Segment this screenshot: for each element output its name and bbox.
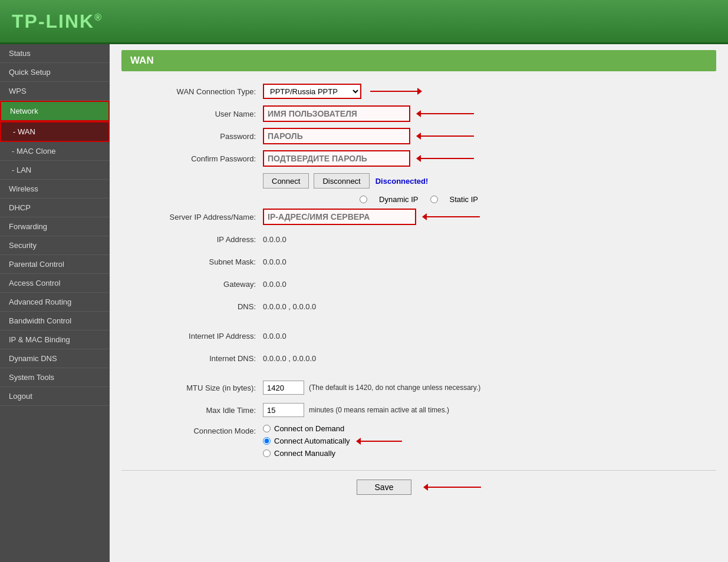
static-ip-label: Static IP — [450, 195, 478, 204]
logo: TP-LINK® — [12, 11, 103, 32]
server-ip-row: Server IP Address/Name: — [121, 209, 716, 225]
max-idle-hint: minutes (0 means remain active at all ti… — [309, 406, 449, 414]
subnet-mask-label: Subnet Mask: — [121, 257, 263, 266]
save-row: Save — [121, 480, 716, 495]
username-input[interactable] — [263, 105, 410, 122]
internet-ip-row: Internet IP Address: 0.0.0.0 — [121, 328, 716, 344]
gateway-row: Gateway: 0.0.0.0 — [121, 276, 716, 292]
internet-dns-label: Internet DNS: — [121, 354, 263, 363]
sidebar-item-mac-clone[interactable]: - MAC Clone — [0, 142, 110, 161]
internet-dns-value: 0.0.0.0 , 0.0.0.0 — [263, 354, 316, 363]
ip-address-label: IP Address: — [121, 235, 263, 244]
password-input[interactable] — [263, 128, 410, 144]
confirm-password-label: Confirm Password: — [121, 154, 263, 163]
ip-type-row: Dynamic IP Static IP — [121, 195, 716, 204]
wan-type-label: WAN Connection Type: — [121, 87, 263, 96]
sidebar-item-ip-mac-binding[interactable]: IP & MAC Binding — [0, 330, 110, 349]
sidebar-item-quick-setup[interactable]: Quick Setup — [0, 63, 110, 82]
gateway-label: Gateway: — [121, 280, 263, 289]
dns-label: DNS: — [121, 302, 263, 311]
wan-form: WAN Connection Type: PPTP/Russia PPTP PP… — [121, 80, 716, 507]
connect-on-demand-row: Connect on Demand — [263, 424, 402, 433]
sidebar-item-forwarding[interactable]: Forwarding — [0, 217, 110, 236]
dns-value: 0.0.0.0 , 0.0.0.0 — [263, 302, 316, 311]
sidebar-item-advanced-routing[interactable]: Advanced Routing — [0, 293, 110, 312]
sidebar-item-parental-control[interactable]: Parental Control — [0, 255, 110, 274]
server-ip-label: Server IP Address/Name: — [121, 213, 263, 222]
connect-button[interactable]: Connect — [263, 173, 309, 189]
server-ip-arrow — [422, 213, 480, 220]
dynamic-ip-radio[interactable] — [360, 196, 367, 203]
header: TP-LINK® — [0, 0, 728, 44]
sidebar-item-security[interactable]: Security — [0, 236, 110, 255]
sidebar-item-logout[interactable]: Logout — [0, 387, 110, 406]
connect-on-demand-radio[interactable] — [263, 425, 271, 432]
save-arrow — [423, 484, 481, 491]
server-ip-input[interactable] — [263, 209, 416, 225]
wan-type-row: WAN Connection Type: PPTP/Russia PPTP PP… — [121, 83, 716, 100]
gateway-value: 0.0.0.0 — [263, 280, 286, 289]
confirm-password-row: Confirm Password: — [121, 150, 716, 167]
static-ip-radio[interactable] — [430, 196, 438, 203]
password-label: Password: — [121, 132, 263, 141]
sidebar-item-lan[interactable]: - LAN — [0, 161, 110, 180]
connect-on-demand-label: Connect on Demand — [274, 424, 344, 433]
password-row: Password: — [121, 128, 716, 144]
connect-manually-row: Connect Manually — [263, 449, 402, 458]
connect-manually-label: Connect Manually — [274, 449, 335, 458]
logo-text: TP-LINK — [12, 11, 94, 32]
subnet-mask-value: 0.0.0.0 — [263, 257, 286, 266]
dns-row: DNS: 0.0.0.0 , 0.0.0.0 — [121, 298, 716, 315]
max-idle-row: Max Idle Time: minutes (0 means remain a… — [121, 402, 716, 418]
mtu-row: MTU Size (in bytes): (The default is 142… — [121, 379, 716, 396]
connection-mode-options: Connect on Demand Connect Automatically — [263, 424, 402, 461]
connect-manually-radio[interactable] — [263, 449, 271, 457]
connect-automatically-row: Connect Automatically — [263, 437, 402, 445]
internet-dns-row: Internet DNS: 0.0.0.0 , 0.0.0.0 — [121, 350, 716, 366]
username-arrow — [416, 110, 474, 117]
mtu-hint: (The default is 1420, do not change unle… — [309, 384, 480, 392]
username-label: User Name: — [121, 110, 263, 118]
section-divider — [121, 470, 716, 471]
main-layout: Status Quick Setup WPS Network - WAN - M… — [0, 44, 728, 562]
page-title: WAN — [121, 50, 716, 71]
auto-connect-arrow — [356, 438, 402, 445]
password-arrow — [416, 133, 474, 140]
subnet-mask-row: Subnet Mask: 0.0.0.0 — [121, 253, 716, 270]
logo-trademark: ® — [94, 12, 103, 22]
max-idle-input[interactable] — [263, 403, 304, 417]
sidebar-item-system-tools[interactable]: System Tools — [0, 368, 110, 387]
content-area: WAN WAN Connection Type: PPTP/Russia PPT… — [110, 44, 728, 562]
sidebar-item-bandwidth-control[interactable]: Bandwidth Control — [0, 312, 110, 330]
sidebar-item-network[interactable]: Network — [0, 101, 110, 121]
internet-ip-value: 0.0.0.0 — [263, 332, 286, 340]
ip-address-value: 0.0.0.0 — [263, 235, 286, 244]
sidebar: Status Quick Setup WPS Network - WAN - M… — [0, 44, 110, 562]
sidebar-item-access-control[interactable]: Access Control — [0, 274, 110, 293]
username-row: User Name: — [121, 105, 716, 122]
max-idle-label: Max Idle Time: — [121, 406, 263, 415]
connect-buttons-row: Connect Disconnect Disconnected! — [121, 173, 716, 189]
sidebar-item-wps[interactable]: WPS — [0, 82, 110, 101]
connection-status: Disconnected! — [375, 177, 429, 186]
ip-address-row: IP Address: 0.0.0.0 — [121, 231, 716, 247]
connect-automatically-label: Connect Automatically — [274, 437, 350, 445]
wan-type-select[interactable]: PPTP/Russia PPTP PPPoE/Russia PPPoE Dyna… — [263, 84, 361, 99]
sidebar-item-wireless[interactable]: Wireless — [0, 180, 110, 199]
wan-type-arrow — [370, 88, 422, 95]
confirm-password-arrow — [416, 155, 474, 162]
sidebar-item-status[interactable]: Status — [0, 44, 110, 63]
connection-mode-row: Connection Mode: Connect on Demand Conne… — [121, 424, 716, 461]
save-button[interactable]: Save — [357, 480, 412, 495]
dynamic-ip-label: Dynamic IP — [379, 195, 418, 204]
sidebar-item-dynamic-dns[interactable]: Dynamic DNS — [0, 349, 110, 368]
internet-ip-label: Internet IP Address: — [121, 332, 263, 340]
connect-automatically-radio[interactable] — [263, 437, 271, 445]
sidebar-item-dhcp[interactable]: DHCP — [0, 199, 110, 217]
disconnect-button[interactable]: Disconnect — [314, 173, 369, 189]
mtu-input[interactable] — [263, 381, 304, 395]
confirm-password-input[interactable] — [263, 150, 410, 167]
mtu-label: MTU Size (in bytes): — [121, 384, 263, 392]
connection-mode-label: Connection Mode: — [121, 424, 263, 435]
sidebar-item-wan[interactable]: - WAN — [0, 121, 110, 142]
